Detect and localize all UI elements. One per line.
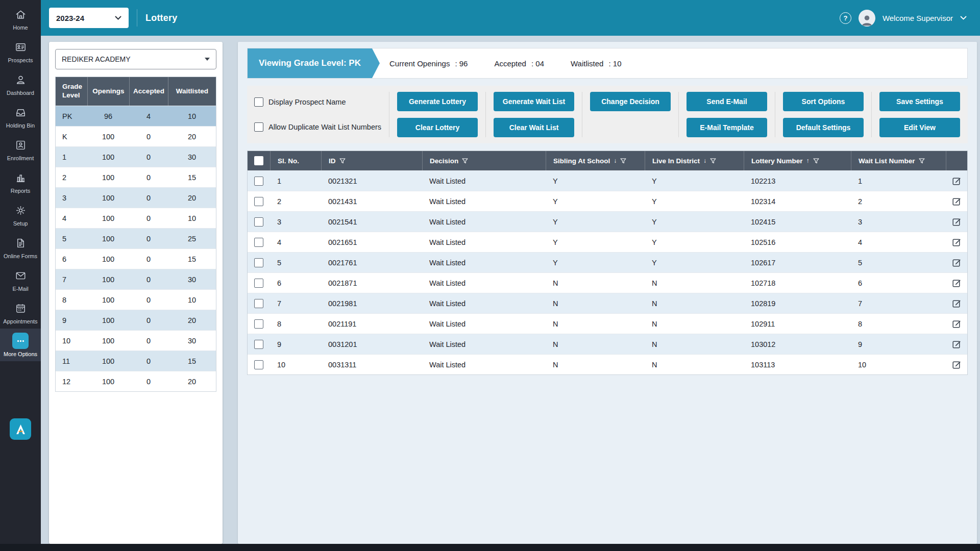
checkbox-allow-duplicate-wait-list-numbers[interactable]: Allow Duplicate Wait List Numbers [254,117,389,137]
table-row[interactable]: 30021541Wait ListedYY1024153 [248,211,967,232]
grade-row-4[interactable]: 4100010 [56,208,216,228]
filter-icon[interactable] [462,158,468,164]
row-checkbox[interactable] [254,360,263,369]
generate-wait-list-button[interactable]: Generate Wait List [494,92,574,111]
cell-sibling-at-school: Y [546,171,645,191]
column-header-live-in-district[interactable]: Live In District↓ [645,151,744,170]
sidebar-item-home[interactable]: Home [0,2,41,35]
edit-cell [946,355,967,374]
row-checkbox[interactable] [254,279,263,288]
table-row[interactable]: 50021761Wait ListedYY1026175 [248,252,967,272]
sidebar-item-dashboard[interactable]: Dashboard [0,67,41,100]
grade-row-10[interactable]: 10100030 [56,330,216,350]
checkbox-display-prospect-name[interactable]: Display Prospect Name [254,92,389,112]
sort-options-button[interactable]: Sort Options [783,92,864,111]
row-checkbox[interactable] [254,177,263,186]
school-select[interactable]: REDIKER ACADEMY [55,49,216,69]
grade-row-9[interactable]: 9100020 [56,310,216,330]
grade-row-5[interactable]: 5100025 [56,228,216,248]
column-header-wait-list-number[interactable]: Wait List Number [851,151,946,170]
row-checkbox[interactable] [254,299,263,308]
sidebar-item-more-options[interactable]: More Options [0,329,41,361]
grade-row-12[interactable]: 12100020 [56,371,216,391]
grade-row-8[interactable]: 8100010 [56,289,216,310]
send-e-mail-button[interactable]: Send E-Mail [687,92,767,111]
table-row[interactable]: 20021431Wait ListedYY1023142 [248,191,967,211]
default-settings-button[interactable]: Default Settings [783,118,864,137]
avatar[interactable] [859,10,875,27]
row-checkbox[interactable] [254,217,263,227]
row-checkbox[interactable] [254,340,263,349]
grade-row-3[interactable]: 3100020 [56,187,216,208]
column-header-sl-no[interactable]: Sl. No. [270,151,321,170]
checkbox-box[interactable] [254,122,263,132]
filter-icon[interactable] [710,158,716,164]
grade-row-7[interactable]: 7100030 [56,269,216,289]
change-decision-button[interactable]: Change Decision [590,92,671,111]
cell-decision: Wait Listed [422,171,546,191]
sidebar-item-setup[interactable]: Setup [0,198,41,231]
grade-row-1[interactable]: 1100030 [56,146,216,167]
sidebar-item-label: Prospects [8,57,33,63]
table-row[interactable]: 40021651Wait ListedYY1025164 [248,232,967,252]
edit-icon[interactable] [952,298,962,308]
cell-sibling-at-school: N [546,293,645,313]
edit-icon[interactable] [952,237,962,247]
edit-icon[interactable] [952,278,962,288]
column-header-lottery-number[interactable]: Lottery Number↑ [744,151,851,170]
sidebar-item-e-mail[interactable]: E-Mail [0,263,41,296]
sidebar-item-online-forms[interactable]: Online Forms [0,231,41,263]
edit-icon[interactable] [952,360,962,369]
checkbox-label: Allow Duplicate Wait List Numbers [268,123,381,131]
help-icon[interactable]: ? [840,12,851,24]
sidebar-item-prospects[interactable]: Prospects [0,35,41,67]
sidebar-item-enrollment[interactable]: Enrollment [0,133,41,165]
row-checkbox[interactable] [254,319,263,329]
edit-icon[interactable] [952,319,962,329]
edit-view-button[interactable]: Edit View [879,118,960,137]
grade-row-pk[interactable]: PK96410 [56,106,216,126]
filter-icon[interactable] [339,158,346,164]
table-row[interactable]: 80021191Wait ListedNN1029118 [248,313,967,334]
grade-row-11[interactable]: 11100015 [56,350,216,371]
select-all-checkbox[interactable] [254,156,263,165]
save-settings-button[interactable]: Save Settings [879,92,960,111]
grade-row-2[interactable]: 2100015 [56,167,216,187]
chevron-down-icon [115,16,121,20]
table-row[interactable]: 90031201Wait ListedNN1030129 [248,334,967,354]
grade-row-6[interactable]: 6100015 [56,248,216,269]
checkbox-box[interactable] [254,97,263,107]
sidebar-item-appointments[interactable]: Appointments [0,296,41,329]
filter-icon[interactable] [620,158,626,164]
table-row[interactable]: 60021871Wait ListedNN1027186 [248,272,967,293]
table-row[interactable]: 70021981Wait ListedNN1028197 [248,293,967,313]
row-checkbox[interactable] [254,238,263,247]
clear-lottery-button[interactable]: Clear Lottery [397,118,478,137]
school-year-select[interactable]: 2023-24 [49,8,129,28]
sidebar-item-holding-bin[interactable]: Holding Bin [0,100,41,133]
e-mail-template-button[interactable]: E-Mail Template [687,118,767,137]
sidebar-item-label: Holding Bin [6,122,35,129]
clear-wait-list-button[interactable]: Clear Wait List [494,118,574,137]
generate-lottery-button[interactable]: Generate Lottery [397,92,478,111]
grade-row-k[interactable]: K100020 [56,126,216,146]
setup-icon [12,202,29,218]
welcome-user-label[interactable]: Welcome Supervisor [883,14,953,22]
column-header-decision[interactable]: Decision [422,151,546,170]
cell-live-in-district: Y [645,171,744,191]
table-row[interactable]: 10021321Wait ListedYY1022131 [248,170,967,191]
column-header-id[interactable]: ID [321,151,422,170]
filter-icon[interactable] [813,158,819,164]
row-checkbox[interactable] [254,197,263,206]
row-checkbox[interactable] [254,258,263,267]
sidebar-item-reports[interactable]: Reports [0,165,41,198]
table-row[interactable]: 100031311Wait ListedNN10311310 [248,354,967,374]
edit-icon[interactable] [952,339,962,349]
column-header-sibling-at-school[interactable]: Sibling At School↓ [546,151,645,170]
user-menu-chevron-icon[interactable] [960,16,967,20]
edit-icon[interactable] [952,258,962,267]
edit-icon[interactable] [952,217,962,227]
edit-icon[interactable] [952,176,962,186]
filter-icon[interactable] [919,158,925,164]
edit-icon[interactable] [952,196,962,206]
